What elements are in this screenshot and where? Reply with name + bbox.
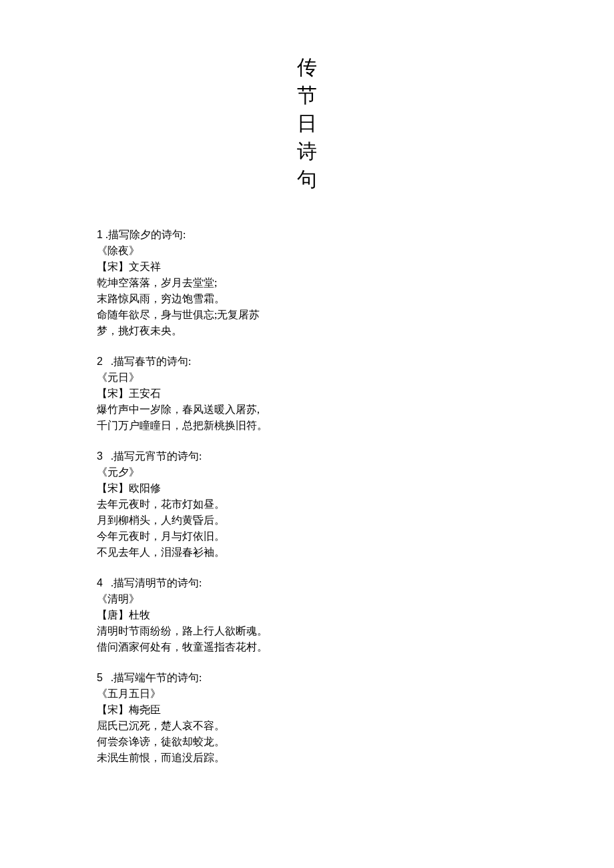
poem-line: 《除夜》 bbox=[97, 243, 511, 259]
title-char: 诗 bbox=[0, 137, 614, 165]
poem-section: 1 .描写除夕的诗句:《除夜》【宋】文天祥乾坤空落落，岁月去堂堂;末路惊风雨，穷… bbox=[97, 227, 511, 339]
poem-section: 5 .描写端午节的诗句:《五月五日》【宋】梅尧臣屈氏已沉死，楚人哀不容。何尝奈谗… bbox=[97, 670, 511, 766]
section-heading: 2 .描写春节的诗句: bbox=[97, 354, 511, 370]
poem-line: 千门万户瞳瞳日，总把新桃换旧符。 bbox=[97, 418, 511, 434]
section-number: 3 bbox=[97, 450, 103, 462]
poem-line: 去年元夜时，花市灯如昼。 bbox=[97, 496, 511, 512]
poem-line: 月到柳梢头，人约黄昏后。 bbox=[97, 512, 511, 528]
section-heading-text: .描写除夕的诗句: bbox=[103, 229, 186, 240]
poem-line: 不见去年人，泪湿春衫袖。 bbox=[97, 544, 511, 560]
poem-line: 屈氏已沉死，楚人哀不容。 bbox=[97, 718, 511, 734]
section-heading: 4 .描写清明节的诗句: bbox=[97, 575, 511, 591]
poem-line: 未泯生前恨，而追没后踪。 bbox=[97, 750, 511, 766]
poem-line: 【宋】王安石 bbox=[97, 386, 511, 402]
section-heading-text: .描写端午节的诗句: bbox=[103, 672, 202, 683]
section-heading-text: .描写清明节的诗句: bbox=[103, 577, 202, 588]
page-title: 传节日诗句 bbox=[0, 53, 614, 193]
title-char: 句 bbox=[0, 165, 614, 193]
section-heading-text: .描写春节的诗句: bbox=[103, 356, 191, 367]
poem-line: 《清明》 bbox=[97, 591, 511, 607]
section-heading: 3 .描写元宵节的诗句: bbox=[97, 448, 511, 464]
poem-line: 【宋】梅尧臣 bbox=[97, 702, 511, 718]
title-char: 日 bbox=[0, 109, 614, 137]
section-heading: 5 .描写端午节的诗句: bbox=[97, 670, 511, 686]
poem-line: 爆竹声中一岁除，春风送暖入屠苏, bbox=[97, 402, 511, 418]
poem-line: 何尝奈谗谤，徒欲却蛟龙。 bbox=[97, 734, 511, 750]
document-content: 1 .描写除夕的诗句:《除夜》【宋】文天祥乾坤空落落，岁月去堂堂;末路惊风雨，穷… bbox=[97, 227, 511, 766]
poem-line: 今年元夜时，月与灯依旧。 bbox=[97, 528, 511, 544]
section-heading-text: .描写元宵节的诗句: bbox=[103, 450, 202, 462]
poem-line: 《元日》 bbox=[97, 370, 511, 386]
poem-line: 命随年欲尽，身与世俱忘;无复屠苏 bbox=[97, 307, 511, 323]
poem-line: 【唐】杜牧 bbox=[97, 607, 511, 623]
section-number: 2 bbox=[97, 356, 103, 367]
poem-line: 《元夕》 bbox=[97, 464, 511, 480]
poem-section: 4 .描写清明节的诗句:《清明》【唐】杜牧清明时节雨纷纷，路上行人欲断魂。借问酒… bbox=[97, 575, 511, 655]
poem-section: 2 .描写春节的诗句:《元日》【宋】王安石爆竹声中一岁除，春风送暖入屠苏,千门万… bbox=[97, 354, 511, 434]
poem-line: 【宋】欧阳修 bbox=[97, 480, 511, 496]
document-page: 传节日诗句 1 .描写除夕的诗句:《除夜》【宋】文天祥乾坤空落落，岁月去堂堂;末… bbox=[0, 0, 614, 821]
poem-line: 《五月五日》 bbox=[97, 686, 511, 702]
poem-line: 末路惊风雨，穷边饱雪霜。 bbox=[97, 291, 511, 307]
section-number: 5 bbox=[97, 672, 103, 683]
section-number: 1 bbox=[97, 229, 103, 240]
poem-line: 清明时节雨纷纷，路上行人欲断魂。 bbox=[97, 623, 511, 639]
poem-line: 【宋】文天祥 bbox=[97, 259, 511, 275]
section-heading: 1 .描写除夕的诗句: bbox=[97, 227, 511, 243]
section-number: 4 bbox=[97, 577, 103, 588]
title-char: 节 bbox=[0, 81, 614, 109]
poem-line: 借问酒家何处有，牧童遥指杏花村。 bbox=[97, 639, 511, 655]
poem-section: 3 .描写元宵节的诗句:《元夕》【宋】欧阳修去年元夜时，花市灯如昼。月到柳梢头，… bbox=[97, 448, 511, 560]
poem-line: 乾坤空落落，岁月去堂堂; bbox=[97, 275, 511, 291]
poem-line: 梦，挑灯夜未央。 bbox=[97, 323, 511, 339]
title-char: 传 bbox=[0, 53, 614, 81]
